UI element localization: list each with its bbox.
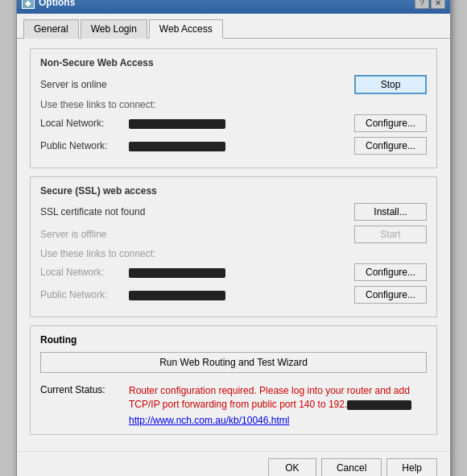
close-button[interactable]: ✕ [431,0,445,9]
ssl-public-network-url[interactable] [129,289,354,300]
install-button[interactable]: Install... [354,203,427,221]
server-status-label: Server is online [40,79,129,90]
ssl-cert-label: SSL certificate not found [40,206,201,217]
public-network-link[interactable] [129,140,225,151]
routing-title: Routing [40,334,427,346]
public-network-label: Public Network: [40,140,129,151]
use-links-text: Use these links to connect: [40,99,427,110]
local-network-row: Local Network: Configure... [40,114,427,132]
ssl-public-network-link[interactable] [129,289,225,300]
ssl-section: Secure (SSL) web access SSL certificate … [30,176,437,317]
footer-bar: OK Cancel Help [17,451,450,476]
routing-section: Routing Run Web Routing and Test Wizard … [30,325,437,435]
ssl-local-network-label: Local Network: [40,267,129,278]
ok-button[interactable]: OK [268,458,316,476]
ssl-public-network-row: Public Network: Configure... [40,286,427,304]
non-secure-section: Non-Secure Web Access Server is online S… [30,48,437,168]
ssl-local-network-row: Local Network: Configure... [40,263,427,281]
ssl-configure-local-button[interactable]: Configure... [354,263,427,281]
tab-web-access[interactable]: Web Access [149,19,223,39]
help-button[interactable]: ? [415,0,429,9]
routing-status-row: Current Status: Router configuration req… [40,384,427,426]
window-title: Options [39,0,75,8]
tab-general[interactable]: General [23,19,79,39]
cancel-button[interactable]: Cancel [321,458,382,476]
title-bar-left: ◆ Options [22,0,75,9]
tabs-bar: General Web Login Web Access [17,14,450,39]
ssl-server-status-row: Server is offline Start [40,226,427,243]
tab-web-login[interactable]: Web Login [81,19,147,39]
ssl-local-network-url[interactable] [129,267,354,278]
ssl-server-offline-label: Server is offline [40,229,129,240]
ssl-local-network-link[interactable] [129,267,225,278]
app-icon: ◆ [22,0,35,9]
public-network-url[interactable] [129,140,354,151]
ssl-title: Secure (SSL) web access [40,185,427,197]
routing-help-link[interactable]: http://www.nch.com.au/kb/10046.html [129,415,427,426]
ssl-public-network-label: Public Network: [40,289,129,300]
routing-wizard-button[interactable]: Run Web Routing and Test Wizard [40,352,427,373]
routing-status-label: Current Status: [40,384,129,395]
ssl-configure-public-button[interactable]: Configure... [354,286,427,304]
local-network-label: Local Network: [40,118,129,129]
routing-status-content: Router configuration required. Please lo… [129,384,427,426]
public-network-row: Public Network: Configure... [40,137,427,155]
local-network-url[interactable] [129,118,354,129]
local-network-link[interactable] [129,118,225,129]
help-footer-button[interactable]: Help [386,458,437,476]
title-buttons: ? ✕ [415,0,445,9]
non-secure-title: Non-Secure Web Access [40,57,427,68]
title-bar: ◆ Options ? ✕ [17,0,450,14]
ssl-cert-row: SSL certificate not found Install... [40,203,427,221]
routing-status-text: Router configuration required. Please lo… [129,385,411,410]
stop-button[interactable]: Stop [354,75,427,94]
options-window: ◆ Options ? ✕ General Web Login Web Acce… [16,0,451,476]
configure-public-button[interactable]: Configure... [354,137,427,155]
configure-local-button[interactable]: Configure... [354,114,427,132]
ssl-use-links-text: Use these links to connect: [40,248,427,259]
server-status-row: Server is online Stop [40,75,427,94]
start-button[interactable]: Start [354,226,427,243]
content-area: Non-Secure Web Access Server is online S… [17,39,450,451]
